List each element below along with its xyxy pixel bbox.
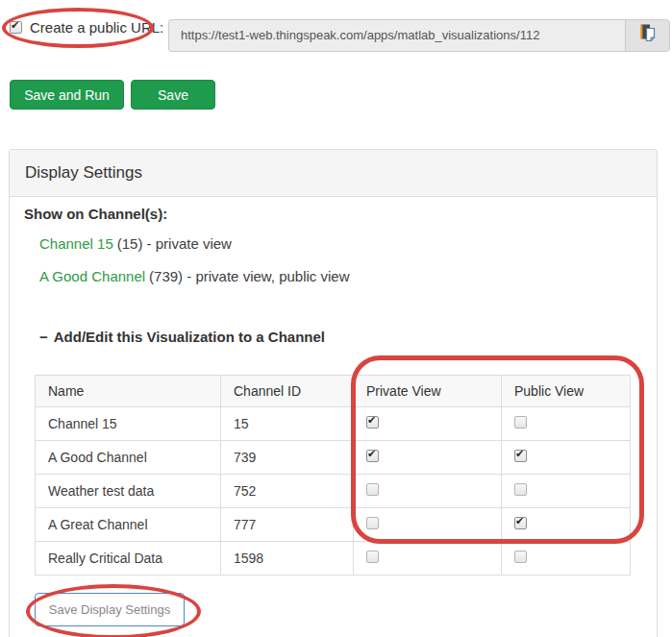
cell-name: Really Critical Data <box>36 542 221 576</box>
private-view-checkbox[interactable] <box>366 517 379 529</box>
add-edit-label: Add/Edit this Visualization to a Channel <box>54 329 325 345</box>
panel-title: Display Settings <box>25 163 142 183</box>
public-view-checkbox[interactable] <box>514 517 527 529</box>
show-on-channels-label: Show on Channel(s): <box>24 206 167 222</box>
table-row: A Good Channel 739 <box>36 441 631 475</box>
public-url-row: Create a public URL: https://test1-web.t… <box>0 0 672 58</box>
cell-channel-id: 752 <box>221 475 354 508</box>
cell-channel-id: 1598 <box>221 542 354 576</box>
copy-icon <box>638 23 658 48</box>
collapse-minus-icon: − <box>39 329 48 345</box>
channel-line: A Good Channel(739) - private view, publ… <box>39 268 350 284</box>
cell-channel-id: 777 <box>221 508 354 542</box>
table-row: Channel 15 15 <box>36 407 631 441</box>
save-button[interactable]: Save <box>131 80 215 110</box>
cell-name: Channel 15 <box>36 407 221 441</box>
header-channel-id: Channel ID <box>221 376 354 407</box>
display-settings-panel: Display Settings Show on Channel(s): Cha… <box>9 149 658 637</box>
private-view-checkbox[interactable] <box>366 483 379 496</box>
create-public-url-checkbox[interactable] <box>10 21 22 34</box>
header-private-view: Private View <box>354 376 502 407</box>
table-row: Really Critical Data 1598 <box>36 542 631 576</box>
channel-15-suffix: (15) - private view <box>117 235 232 252</box>
cell-channel-id: 15 <box>221 407 354 441</box>
a-good-channel-link[interactable]: A Good Channel <box>39 268 145 284</box>
public-view-checkbox[interactable] <box>514 483 527 496</box>
a-good-channel-suffix: (739) - private view, public view <box>149 268 349 284</box>
cell-name: Weather test data <box>36 475 221 508</box>
table-header-row: Name Channel ID Private View Public View <box>36 376 631 407</box>
cell-name: A Good Channel <box>36 441 221 475</box>
cell-channel-id: 739 <box>221 441 354 475</box>
table-row: Weather test data 752 <box>36 475 631 508</box>
copy-url-button[interactable] <box>625 19 670 52</box>
cell-name: A Great Channel <box>36 508 221 542</box>
private-view-checkbox[interactable] <box>366 551 379 563</box>
private-view-checkbox[interactable] <box>366 450 379 462</box>
public-view-checkbox[interactable] <box>514 416 527 429</box>
table-row: A Great Channel 777 <box>36 508 631 542</box>
create-public-url-label: Create a public URL: <box>30 19 163 36</box>
header-name: Name <box>36 376 221 407</box>
public-url-field[interactable]: https://test1-web.thingspeak.com/apps/ma… <box>168 19 626 52</box>
private-view-checkbox[interactable] <box>366 416 379 429</box>
save-and-run-button[interactable]: Save and Run <box>10 80 124 110</box>
channel-15-link[interactable]: Channel 15 <box>39 235 113 252</box>
save-display-settings-button[interactable]: Save Display Settings <box>35 593 185 626</box>
public-view-checkbox[interactable] <box>514 551 527 563</box>
channels-table: Name Channel ID Private View Public View… <box>35 375 631 576</box>
panel-header: Display Settings <box>10 150 657 197</box>
header-public-view: Public View <box>502 376 631 407</box>
add-edit-visualization-toggle[interactable]: −Add/Edit this Visualization to a Channe… <box>39 329 325 345</box>
public-view-checkbox[interactable] <box>514 450 527 462</box>
channel-line: Channel 15(15) - private view <box>39 235 232 252</box>
